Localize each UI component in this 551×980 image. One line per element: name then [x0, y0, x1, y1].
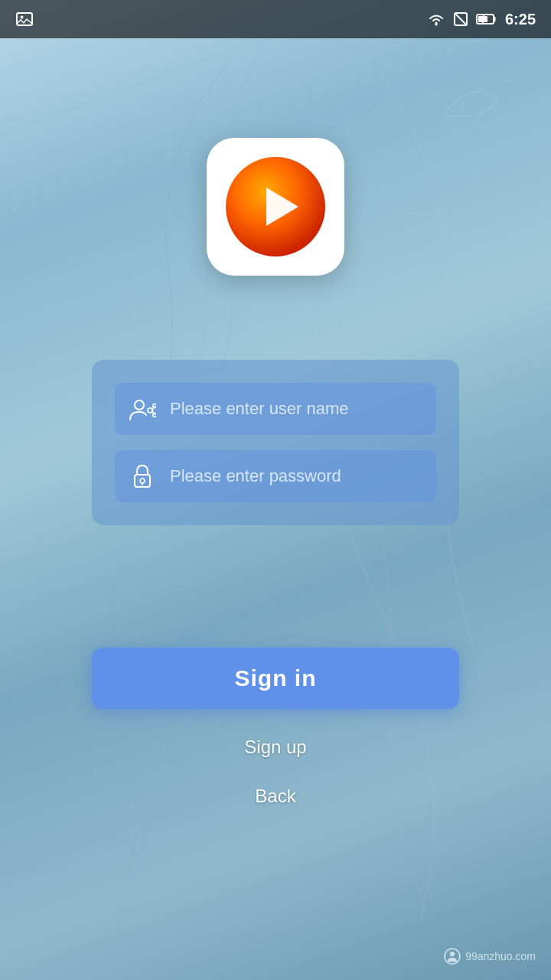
signin-button[interactable]: Sign in [92, 648, 459, 709]
status-right: 6:25 [427, 11, 536, 28]
sim-icon [453, 11, 468, 27]
svg-point-17 [135, 400, 144, 410]
svg-rect-9 [17, 13, 32, 25]
signup-link[interactable]: Sign up [244, 737, 306, 758]
username-input[interactable] [170, 399, 424, 419]
login-card [92, 360, 459, 525]
password-input[interactable] [170, 466, 424, 486]
back-link[interactable]: Back [255, 786, 295, 807]
status-time: 6:25 [505, 11, 536, 28]
lock-svg-icon [129, 462, 156, 490]
wifi-status-icon [427, 12, 445, 26]
watermark-icon [444, 948, 461, 965]
status-left [15, 10, 34, 28]
username-row[interactable] [115, 383, 436, 435]
app-logo [222, 153, 329, 260]
battery-status-icon [476, 13, 497, 25]
svg-point-27 [450, 952, 455, 956]
photo-icon [15, 10, 34, 28]
svg-point-24 [140, 479, 145, 483]
main-content: Sign in Sign up Back [0, 38, 551, 980]
lock-icon [127, 461, 158, 492]
user-svg-icon [129, 395, 156, 423]
app-logo-container [207, 138, 344, 276]
user-icon [127, 394, 158, 424]
watermark: 99anzhuo.com [444, 948, 536, 965]
password-row[interactable] [115, 450, 436, 502]
status-bar: 6:25 [0, 0, 551, 38]
watermark-text: 99anzhuo.com [465, 950, 536, 962]
svg-point-10 [21, 16, 24, 19]
svg-point-18 [148, 408, 152, 413]
svg-line-12 [455, 13, 467, 25]
